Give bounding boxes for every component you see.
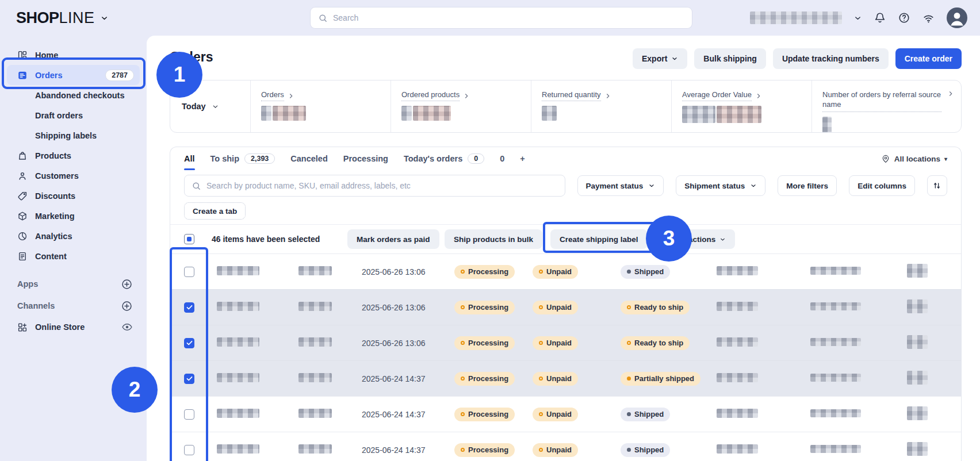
chevron-right-icon <box>947 90 954 97</box>
shopline-logo[interactable]: SHOPLINE <box>16 0 109 36</box>
chevron-down-icon <box>100 14 109 22</box>
topbar: SHOPLINE <box>0 0 980 36</box>
orders-icon <box>17 70 28 80</box>
tab-all[interactable]: All <box>184 147 195 170</box>
sidebar-section-label: Apps <box>17 279 38 289</box>
mark-orders-paid-button[interactable]: Mark orders as paid <box>347 229 439 249</box>
row-checkbox[interactable] <box>184 374 194 384</box>
header-actions: Export Bulk shipping Update tracking num… <box>633 48 962 69</box>
user-avatar[interactable] <box>947 7 967 28</box>
metric-value-redacted <box>822 117 941 133</box>
sidebar-item-analytics[interactable]: Analytics <box>0 226 147 246</box>
sidebar-item-shipping-labels[interactable]: Shipping labels <box>0 125 147 145</box>
payment-status-badge: Unpaid <box>533 372 578 386</box>
status-dot-icon <box>627 341 631 345</box>
badge-label: Partially shipped <box>634 374 694 383</box>
sidebar-item-products[interactable]: Products <box>0 145 147 166</box>
sidebar-item-customers[interactable]: Customers <box>0 166 147 186</box>
shipment-status-filter[interactable]: Shipment status <box>676 175 765 196</box>
row-checkbox[interactable] <box>184 409 194 420</box>
more-filters-button[interactable]: More filters <box>778 175 837 196</box>
table-row[interactable]: 2025-06-26 13:06ProcessingUnpaidReady to… <box>170 289 961 325</box>
row-checkbox[interactable] <box>184 445 194 455</box>
tab-processing[interactable]: Processing <box>343 147 388 170</box>
redacted-customer <box>298 266 332 275</box>
help-icon[interactable] <box>898 11 910 24</box>
metric-ordered-products[interactable]: Ordered products <box>391 80 531 132</box>
tab-item[interactable]: + <box>520 147 525 170</box>
sidebar-item-content[interactable]: Content <box>0 246 147 266</box>
order-date: 2025-06-26 13:06 <box>362 303 426 312</box>
visibility-eye-icon[interactable] <box>121 321 133 333</box>
orders-search[interactable] <box>184 175 565 197</box>
sidebar-item-home[interactable]: Home <box>0 45 147 65</box>
tab-0[interactable]: 0 <box>500 147 504 170</box>
payment-status-filter[interactable]: Payment status <box>577 175 664 196</box>
tab-label: Processing <box>343 154 388 163</box>
metric-number-of-orders-by-referral-source-name[interactable]: Number of orders by referral source name <box>812 80 961 132</box>
redacted-cell <box>810 409 861 417</box>
metric-orders[interactable]: Orders <box>251 80 391 132</box>
chevron-right-icon <box>288 93 294 99</box>
locations-select[interactable]: All locations▾ <box>881 154 947 163</box>
table-row[interactable]: 2025-06-24 14:37ProcessingUnpaidShipped <box>170 432 961 461</box>
shipped-dot-icon <box>627 448 631 452</box>
add-apps-icon[interactable] <box>121 278 133 290</box>
create-shipping-label-button[interactable]: Create shipping label <box>550 229 648 249</box>
global-search[interactable] <box>311 7 692 28</box>
bulk-shipping-button[interactable]: Bulk shipping <box>694 48 766 69</box>
sidebar-section-apps[interactable]: Apps <box>0 273 147 295</box>
metric-label: Returned quantity <box>542 90 611 101</box>
update-tracking-numbers-button[interactable]: Update tracking numbers <box>773 48 889 69</box>
ship-products-bulk-button[interactable]: Ship products in bulk <box>445 229 542 249</box>
sidebar-section-channels[interactable]: Channels <box>0 295 147 317</box>
create-tab-button[interactable]: Create a tab <box>184 202 246 220</box>
table-row[interactable]: 2025-06-26 13:06ProcessingUnpaidShipped <box>170 253 961 289</box>
sidebar-item-online-store[interactable]: Online Store <box>0 317 147 337</box>
sidebar-item-draft-orders[interactable]: Draft orders <box>0 105 147 125</box>
sidebar-item-abandoned-checkouts[interactable]: Abandoned checkouts <box>0 85 147 105</box>
sidebar-item-discounts[interactable]: Discounts <box>0 186 147 206</box>
tab-label: Today's orders <box>404 154 462 163</box>
tab-to-ship[interactable]: To ship2,393 <box>210 147 275 170</box>
status-dot-icon <box>461 377 465 381</box>
badge-label: Shipped <box>634 445 664 454</box>
sidebar-item-orders[interactable]: Orders2787 <box>7 65 140 85</box>
metric-returned-quantity[interactable]: Returned quantity <box>531 80 672 132</box>
row-checkbox[interactable] <box>184 338 194 348</box>
select-all-checkbox[interactable] <box>184 234 194 244</box>
table-row[interactable]: 2025-06-24 14:37ProcessingUnpaidShipped <box>170 396 961 432</box>
row-checkbox[interactable] <box>184 267 194 277</box>
orders-search-input[interactable] <box>206 181 558 190</box>
order-status-badge: Processing <box>454 336 515 350</box>
sidebar-item-marketing[interactable]: Marketing <box>0 206 147 226</box>
shipment-status-badge: Ready to ship <box>621 336 690 350</box>
tab-canceled[interactable]: Canceled <box>290 147 327 170</box>
more-actions-button[interactable]: More actions <box>659 229 735 249</box>
table-row[interactable]: 2025-06-26 13:06ProcessingUnpaidReady to… <box>170 325 961 360</box>
sort-button[interactable] <box>927 175 947 196</box>
shipment-status-badge: Shipped <box>621 408 670 421</box>
metric-average-order-value[interactable]: Average Order Value <box>672 80 812 132</box>
date-range-select[interactable]: Today <box>170 80 251 132</box>
main-content: Orders Export Bulk shipping Update track… <box>147 36 980 461</box>
status-dot-icon <box>627 305 631 309</box>
wifi-status-icon[interactable] <box>922 11 935 25</box>
account-menu-chevron-icon[interactable] <box>853 14 862 22</box>
create-order-button[interactable]: Create order <box>895 48 962 69</box>
redacted-cell <box>717 337 758 347</box>
table-row[interactable]: 2025-06-24 14:37ProcessingUnpaidPartiall… <box>170 360 961 396</box>
notifications-bell-icon[interactable] <box>874 11 886 24</box>
metric-value-redacted <box>401 106 520 121</box>
add-channels-icon[interactable] <box>121 300 133 312</box>
row-checkbox[interactable] <box>184 302 194 313</box>
tab-today-s-orders[interactable]: Today's orders0 <box>404 147 484 170</box>
edit-columns-button[interactable]: Edit columns <box>849 175 915 196</box>
redacted-cell <box>717 373 758 382</box>
sidebar-item-label: Shipping labels <box>35 131 97 140</box>
online-store-icon <box>17 322 28 332</box>
export-button[interactable]: Export <box>633 48 687 69</box>
global-search-input[interactable] <box>333 13 684 22</box>
redacted-customer <box>298 409 332 418</box>
badge-label: Unpaid <box>546 445 572 454</box>
